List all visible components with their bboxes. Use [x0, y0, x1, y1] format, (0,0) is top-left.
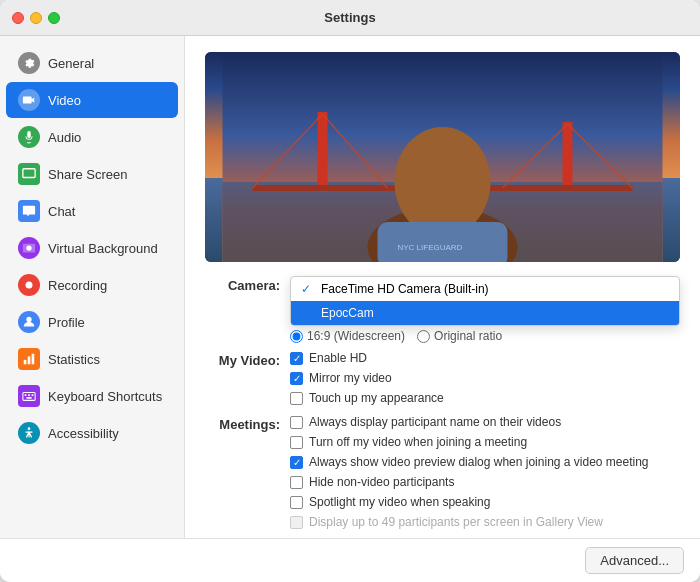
- sidebar-item-chat[interactable]: Chat: [6, 193, 178, 229]
- svg-rect-10: [28, 394, 30, 396]
- sidebar-item-accessibility[interactable]: Accessibility: [6, 415, 178, 451]
- sidebar-label-recording: Recording: [48, 278, 107, 293]
- preview-dialog-checkbox[interactable]: ✓: [290, 456, 303, 469]
- participant-name-checkbox[interactable]: [290, 416, 303, 429]
- video-preview: NYC LIFEGUARD: [205, 52, 680, 262]
- sidebar-item-statistics[interactable]: Statistics: [6, 341, 178, 377]
- sidebar: General Video Audio Share Screen: [0, 36, 185, 538]
- svg-point-4: [26, 317, 31, 322]
- svg-rect-11: [32, 394, 34, 396]
- my-video-row: My Video: ✓ Enable HD ✓ Mirror my video …: [205, 351, 680, 405]
- sidebar-label-keyboard-shortcuts: Keyboard Shortcuts: [48, 389, 162, 404]
- svg-rect-0: [23, 169, 35, 178]
- sidebar-label-accessibility: Accessibility: [48, 426, 119, 441]
- sidebar-label-video: Video: [48, 93, 81, 108]
- sidebar-item-keyboard-shortcuts[interactable]: Keyboard Shortcuts: [6, 378, 178, 414]
- statistics-icon: [18, 348, 40, 370]
- close-button[interactable]: [12, 12, 24, 24]
- gear-icon: [18, 52, 40, 74]
- meetings-label: Meetings:: [205, 415, 290, 432]
- enable-hd-checkbox[interactable]: ✓: [290, 352, 303, 365]
- svg-rect-9: [25, 394, 27, 396]
- my-video-label: My Video:: [205, 351, 290, 368]
- camera-label: Camera:: [205, 276, 290, 293]
- aspect-ratio-controls: 16:9 (Widescreen) Original ratio: [290, 329, 502, 343]
- sidebar-item-profile[interactable]: Profile: [6, 304, 178, 340]
- hide-non-video-checkbox[interactable]: [290, 476, 303, 489]
- window-title: Settings: [324, 10, 375, 25]
- sidebar-item-virtual-background[interactable]: Virtual Background: [6, 230, 178, 266]
- mirror-video-checkbox[interactable]: ✓: [290, 372, 303, 385]
- turn-off-video-row[interactable]: Turn off my video when joining a meeting: [290, 435, 680, 449]
- widescreen-option[interactable]: 16:9 (Widescreen): [290, 329, 405, 343]
- advanced-button[interactable]: Advanced...: [585, 547, 684, 574]
- sidebar-item-audio[interactable]: Audio: [6, 119, 178, 155]
- spotlight-row[interactable]: Spotlight my video when speaking: [290, 495, 680, 509]
- sidebar-item-share-screen[interactable]: Share Screen: [6, 156, 178, 192]
- spotlight-checkbox[interactable]: [290, 496, 303, 509]
- camera-dropdown-menu: ✓ FaceTime HD Camera (Built-in) EpocCam: [290, 276, 680, 326]
- svg-point-3: [26, 282, 33, 289]
- camera-row: Camera: ✓ FaceTime HD Camera (Built-in) …: [205, 276, 680, 293]
- title-bar: Settings: [0, 0, 700, 36]
- sidebar-label-share-screen: Share Screen: [48, 167, 128, 182]
- camera-option-epoccam[interactable]: EpocCam: [291, 301, 679, 325]
- svg-rect-7: [32, 354, 35, 365]
- traffic-lights: [12, 12, 60, 24]
- footer: Advanced...: [0, 538, 700, 582]
- maximize-button[interactable]: [48, 12, 60, 24]
- preview-dialog-row[interactable]: ✓ Always show video preview dialog when …: [290, 455, 680, 469]
- sidebar-item-recording[interactable]: Recording: [6, 267, 178, 303]
- sidebar-label-statistics: Statistics: [48, 352, 100, 367]
- widescreen-radio[interactable]: [290, 330, 303, 343]
- camera-option-facetime[interactable]: ✓ FaceTime HD Camera (Built-in): [291, 277, 679, 301]
- original-ratio-option[interactable]: Original ratio: [417, 329, 502, 343]
- mirror-video-row[interactable]: ✓ Mirror my video: [290, 371, 680, 385]
- touch-up-checkbox[interactable]: [290, 392, 303, 405]
- svg-rect-5: [24, 360, 27, 364]
- hide-non-video-row[interactable]: Hide non-video participants: [290, 475, 680, 489]
- turn-off-video-checkbox[interactable]: [290, 436, 303, 449]
- profile-icon: [18, 311, 40, 333]
- recording-icon: [18, 274, 40, 296]
- video-icon: [18, 89, 40, 111]
- svg-point-13: [28, 427, 31, 430]
- main-content: NYC LIFEGUARD Camera: ✓ FaceTime HD Came…: [185, 36, 700, 538]
- touch-up-row[interactable]: Touch up my appearance: [290, 391, 680, 405]
- virtual-bg-icon: [18, 237, 40, 259]
- my-video-controls: ✓ Enable HD ✓ Mirror my video Touch up m…: [290, 351, 680, 405]
- participant-name-row[interactable]: Always display participant name on their…: [290, 415, 680, 429]
- svg-rect-6: [28, 356, 31, 364]
- sidebar-label-virtual-background: Virtual Background: [48, 241, 158, 256]
- gallery-view-checkbox: [290, 516, 303, 529]
- check-icon: ✓: [301, 282, 315, 296]
- svg-rect-12: [26, 397, 31, 399]
- sidebar-label-chat: Chat: [48, 204, 75, 219]
- svg-rect-8: [23, 393, 35, 401]
- original-ratio-radio[interactable]: [417, 330, 430, 343]
- aspect-ratio-row: 16:9 (Widescreen) Original ratio: [205, 329, 680, 343]
- sidebar-label-general: General: [48, 56, 94, 71]
- enable-hd-row[interactable]: ✓ Enable HD: [290, 351, 680, 365]
- sidebar-label-audio: Audio: [48, 130, 81, 145]
- chat-icon: [18, 200, 40, 222]
- mic-icon: [18, 126, 40, 148]
- sidebar-item-video[interactable]: Video: [6, 82, 178, 118]
- sidebar-item-general[interactable]: General: [6, 45, 178, 81]
- keyboard-icon: [18, 385, 40, 407]
- sidebar-label-profile: Profile: [48, 315, 85, 330]
- meetings-row: Meetings: Always display participant nam…: [205, 415, 680, 529]
- meetings-controls: Always display participant name on their…: [290, 415, 680, 529]
- minimize-button[interactable]: [30, 12, 42, 24]
- accessibility-icon: [18, 422, 40, 444]
- svg-point-2: [26, 245, 31, 250]
- gallery-view-row: Display up to 49 participants per screen…: [290, 515, 680, 529]
- screen-icon: [18, 163, 40, 185]
